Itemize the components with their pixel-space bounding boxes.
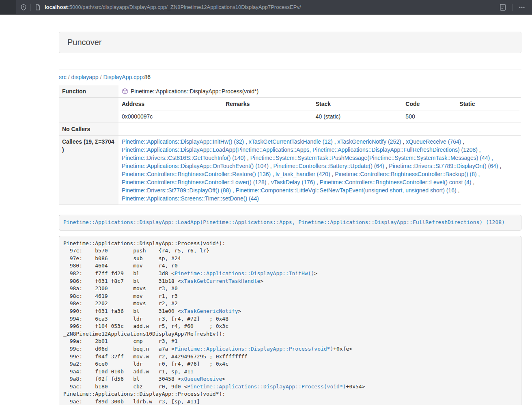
breadcrumb-file[interactable]: DisplayApp.cpp [103, 74, 142, 80]
callee-link[interactable]: lv_task_handler (420) [276, 171, 330, 177]
callee-link[interactable]: Pinetime::Drivers::St7789::DisplayOff() … [122, 187, 231, 194]
code-line: 99e: f04f 32ff mov.w r2, #4294967295 ; 0… [63, 353, 517, 361]
code-symbol-link[interactable]: Pinetime::Applications::DisplayApp::Proc… [187, 383, 346, 390]
code-size-value: 500 [403, 110, 457, 123]
code-symbol-link[interactable]: xQueueReceive [181, 376, 222, 382]
page-container: Puncover src/displayapp/DisplayApp.cpp:8… [59, 32, 521, 405]
callee-separator: , [244, 138, 249, 145]
col-header-remarks: Remarks [224, 98, 314, 110]
security-shield-icon[interactable] [20, 4, 27, 11]
navbar-left-strip [0, 0, 16, 14]
toolbar-divider [512, 4, 513, 11]
callee-separator: , [333, 138, 338, 145]
callee-separator: , [384, 163, 389, 169]
callee-separator: , [471, 179, 474, 185]
callees-label: Callees (19, Σ=3704 ) [59, 136, 118, 205]
url-host: localhost [45, 4, 68, 10]
code-line: 97c: b570 push {r4, r5, r6, lr} [63, 247, 517, 255]
loadapp-symbol-link[interactable]: Pinetime::Applications::DisplayApp::Load… [63, 219, 505, 225]
callee-link[interactable]: Pinetime::Drivers::Cst816S::GetTouchInfo… [122, 155, 246, 161]
code-line: Pinetime::Applications::DisplayApp::Proc… [63, 390, 517, 398]
callee-separator: , [461, 138, 464, 145]
code-line: 99a: 2b01 cmp r3, #1 [63, 338, 517, 345]
function-row: Function Pinetime::Applications::Display… [59, 85, 521, 98]
address-bar-divider [30, 4, 31, 11]
code-line: 980: 4604 mov r4, r0 [63, 262, 517, 270]
callee-link[interactable]: Pinetime::Applications::DisplayApp::Init… [122, 138, 244, 145]
code-line: 98e: 2202 movs r2, #2 [63, 300, 517, 308]
callee-separator: , [401, 138, 406, 145]
stats-row: Address Remarks Stack Code Static 0x0000… [59, 98, 521, 123]
code-line: 9ae: f89d 300b ldrb.w r3, [sp, #11] [63, 398, 517, 405]
callee-separator: , [478, 146, 481, 153]
page-icon[interactable] [34, 4, 41, 11]
menu-dots-icon[interactable] [518, 4, 526, 11]
symbol-cube-icon [122, 88, 128, 95]
stats-values-row: 0x0000097c 40 (static) 500 [120, 110, 519, 123]
callee-separator: , [330, 171, 335, 177]
callee-link[interactable]: Pinetime::Drivers::St7789::DisplayOn() (… [389, 163, 498, 169]
code-line: 99c: d06d beq.n a7a <Pinetime::Applicati… [63, 345, 517, 353]
callee-link[interactable]: xTaskGetCurrentTaskHandle (12) [249, 138, 333, 145]
code-line: 994: 6ca3 ldr r3, [r4, #72] ; 0x48 [63, 315, 517, 323]
function-label: Function [59, 85, 118, 98]
static-value [457, 110, 519, 123]
callee-separator: , [266, 179, 271, 185]
reader-mode-icon[interactable] [499, 4, 506, 11]
disassembly-block: Pinetime::Applications::DisplayApp::Proc… [59, 236, 521, 405]
breadcrumb: src/displayapp/DisplayApp.cpp:86 [59, 74, 521, 80]
url-text[interactable]: localhost:5000/path/src/displayapp/Displ… [45, 4, 301, 10]
url-path: :5000/path/src/displayapp/DisplayApp.cpp… [68, 4, 301, 10]
code-symbol-link[interactable]: xTaskGetCurrentTaskHandle [181, 278, 261, 284]
callee-separator: , [269, 163, 274, 169]
callee-link[interactable]: Pinetime::Controllers::BrightnessControl… [335, 171, 476, 177]
code-line: 9a2: 6ce0 ldr r0, [r4, #76] ; 0x4c [63, 360, 517, 368]
col-header-stack: Stack [314, 98, 404, 110]
callee-link[interactable]: xQueueReceive (764) [406, 138, 461, 145]
code-line: 97e: b086 sub sp, #24 [63, 255, 517, 263]
callers-row: No Callers [59, 123, 521, 136]
callee-link[interactable]: Pinetime::Applications::DisplayApp::Load… [122, 146, 478, 153]
callee-separator: , [490, 155, 493, 161]
code-line: 98a: 2300 movs r3, #0 [63, 285, 517, 293]
callee-link[interactable]: Pinetime::System::SystemTask::PushMessag… [250, 155, 490, 161]
code-line: 990: f031 fa36 bl 31e00 <xTaskGenericNot… [63, 308, 517, 315]
callee-link[interactable]: Pinetime::Controllers::BrightnessControl… [122, 171, 271, 177]
no-callers-label: No Callers [59, 123, 118, 136]
code-line: 996: f104 053c add.w r5, r4, #60 ; 0x3c [63, 323, 517, 330]
callee-link[interactable]: xTaskGenericNotify (252) [337, 138, 401, 145]
callee-separator: , [457, 187, 460, 194]
callee-link[interactable]: Pinetime::Controllers::Battery::Update()… [274, 163, 384, 169]
callee-link[interactable]: Pinetime::Components::LittleVgl::SetNewT… [236, 187, 457, 194]
address-value: 0x0000097c [120, 110, 224, 123]
code-symbol-link[interactable]: Pinetime::Applications::DisplayApp::Init… [174, 270, 314, 276]
callee-link[interactable]: Pinetime::Controllers::BrightnessControl… [320, 179, 471, 185]
callee-separator: , [271, 171, 276, 177]
callee-link[interactable]: Pinetime::Applications::DisplayApp::OnTo… [122, 163, 269, 169]
highlighted-symbol-box: Pinetime::Applications::DisplayApp::Load… [59, 215, 521, 231]
breadcrumb-src[interactable]: src [59, 74, 67, 80]
callee-separator: , [498, 163, 502, 169]
browser-toolbar: localhost:5000/path/src/displayapp/Displ… [0, 0, 532, 15]
callee-link[interactable]: Pinetime::Applications::Screens::Timer::… [122, 195, 259, 202]
col-header-code: Code [403, 98, 457, 110]
stack-value: 40 (static) [314, 110, 404, 123]
breadcrumb-displayapp[interactable]: displayapp [71, 74, 99, 80]
callee-link[interactable]: Pinetime::Controllers::BrightnessControl… [122, 179, 266, 185]
col-header-static: Static [457, 98, 519, 110]
code-symbol-link[interactable]: xTaskGenericNotify [181, 308, 238, 314]
app-header-panel: Puncover [59, 32, 521, 53]
code-line: 982: f7ff fd29 bl 3d8 <Pinetime::Applica… [63, 270, 517, 278]
callee-separator: , [246, 155, 250, 161]
callee-separator: , [231, 187, 236, 194]
divider-rule [59, 69, 521, 69]
code-line: 9a8: f02f fd56 bl 30458 <xQueueReceive> [63, 375, 517, 383]
code-symbol-link[interactable]: Pinetime::Applications::DisplayApp::Proc… [174, 346, 333, 352]
code-line: Pinetime::Applications::DisplayApp::Proc… [63, 240, 517, 248]
col-header-address: Address [120, 98, 224, 110]
callee-link[interactable]: vTaskDelay (176) [271, 179, 315, 185]
function-name: Pinetime::Applications::DisplayApp::Proc… [131, 87, 258, 95]
address-bar[interactable]: localhost:5000/path/src/displayapp/Displ… [16, 0, 532, 14]
breadcrumb-separator: / [67, 74, 71, 80]
callee-separator: , [477, 171, 480, 177]
